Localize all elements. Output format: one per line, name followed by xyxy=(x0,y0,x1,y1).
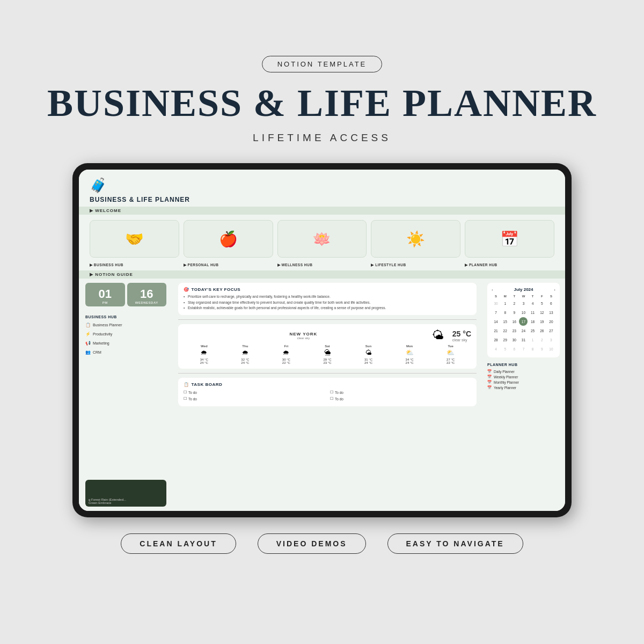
cal-day-27[interactable]: 27 xyxy=(547,326,555,335)
clock-period: PM xyxy=(89,301,122,304)
cal-day-19[interactable]: 19 xyxy=(538,317,546,326)
cal-day-13[interactable]: 13 xyxy=(547,308,555,317)
cal-next-button[interactable]: › xyxy=(554,287,555,292)
cal-day-2-next[interactable]: 2 xyxy=(538,335,546,344)
task-item-2: ☐ To do xyxy=(184,396,325,402)
cal-day-14[interactable]: 14 xyxy=(492,317,500,326)
cal-day-10[interactable]: 10 xyxy=(519,308,528,317)
cal-month-title: July 2024 xyxy=(514,287,533,292)
cal-day-18[interactable]: 18 xyxy=(529,317,537,326)
cal-day-5[interactable]: 5 xyxy=(538,299,546,308)
cal-day-9[interactable]: 9 xyxy=(510,308,518,317)
task-board-icon: 📋 xyxy=(184,382,189,387)
crm-icon: 👥 xyxy=(85,350,91,355)
key-focus-icon: 🎯 xyxy=(184,287,189,292)
cal-day-6[interactable]: 6 xyxy=(547,299,555,308)
cal-day-24[interactable]: 24 xyxy=(519,326,528,335)
cal-day-16[interactable]: 16 xyxy=(510,317,518,326)
badge-video-demos: VIDEO DEMOS xyxy=(258,533,366,554)
weather-desc: clear sky xyxy=(452,338,471,342)
cal-day-7-next[interactable]: 7 xyxy=(519,345,528,353)
cal-day-8[interactable]: 8 xyxy=(501,308,509,317)
cal-day-8-next[interactable]: 8 xyxy=(529,345,537,353)
key-focus-card: 🎯 TODAY'S KEY FOCUS Prioritize self-care… xyxy=(178,283,477,315)
planner-item-daily[interactable]: 📅 Daily Planner xyxy=(487,369,560,374)
cal-day-29[interactable]: 29 xyxy=(501,335,509,344)
cal-day-21[interactable]: 21 xyxy=(492,326,500,335)
cal-header-t1: T xyxy=(510,294,518,298)
planner-item-monthly[interactable]: 📅 Monthly Planner xyxy=(487,379,560,385)
cal-day-15[interactable]: 15 xyxy=(501,317,509,326)
daily-planner-icon: 📅 xyxy=(487,369,492,374)
cal-day-1-next[interactable]: 1 xyxy=(529,335,537,344)
sidebar-item-business-planner[interactable]: 📋 Business Planner xyxy=(85,322,166,328)
weather-icon-thu: 🌧 xyxy=(241,349,249,357)
hub-card-planner[interactable]: 📅 xyxy=(465,220,554,258)
task-item-3: ☐ To do xyxy=(330,389,471,396)
clock-hour-value: 01 xyxy=(89,287,122,301)
sidebar-item-productivity[interactable]: ⚡ Productivity xyxy=(85,331,166,337)
hub-label-planner: PLANNER HUB xyxy=(465,263,554,267)
cal-day-9-next[interactable]: 9 xyxy=(538,345,546,353)
cal-header: ‹ July 2024 › xyxy=(492,287,555,292)
weather-forecast: Wed 🌧 34 °C 24 °C Thu 🌧 32 °C 24 °C xyxy=(184,345,471,364)
bottom-badges: CLEAN LAYOUT VIDEO DEMOS EASY TO NAVIGAT… xyxy=(121,533,523,554)
sidebar-item-label: Productivity xyxy=(93,332,112,336)
cal-day-2[interactable]: 2 xyxy=(510,299,518,308)
sidebar-item-marketing[interactable]: 📢 Marketing xyxy=(85,340,166,346)
cal-grid: S M T W T F S 30 1 2 3 4 5 6 xyxy=(492,294,555,353)
cal-day-26[interactable]: 26 xyxy=(538,326,546,335)
checkbox-3[interactable]: ☐ xyxy=(330,390,333,394)
cal-day-7[interactable]: 7 xyxy=(492,308,500,317)
hub-label-business: BUSINESS HUB xyxy=(90,263,179,267)
clock-day-name: WEDNESDAY xyxy=(130,301,164,304)
cal-day-31[interactable]: 31 xyxy=(519,335,528,344)
cal-day-30[interactable]: 30 xyxy=(510,335,518,344)
left-sidebar: 01 PM 16 WEDNESDAY BUSINESS HUB 📋 Busine… xyxy=(79,279,173,511)
cal-day-4-next[interactable]: 4 xyxy=(492,345,500,353)
checkbox-2[interactable]: ☐ xyxy=(184,397,187,401)
cal-day-25[interactable]: 25 xyxy=(529,326,537,335)
hub-card-wellness[interactable]: 🪷 xyxy=(277,220,367,258)
hub-card-lifestyle[interactable]: ☀️ xyxy=(371,220,460,258)
cal-day-3-next[interactable]: 3 xyxy=(547,335,555,344)
planner-item-weekly[interactable]: 📅 Weekly Planner xyxy=(487,374,560,379)
app-logo-icon: 🧳 xyxy=(90,177,554,194)
cal-header-t2: T xyxy=(529,294,537,298)
cal-day-10-next[interactable]: 10 xyxy=(547,345,555,353)
cal-header-f: F xyxy=(538,294,546,298)
weather-icon-fri: 🌧 xyxy=(282,349,290,357)
sidebar-item-label: Marketing xyxy=(93,341,109,345)
key-focus-item-3: Establish realistic, achievable goals fo… xyxy=(184,305,471,311)
checkbox-4[interactable]: ☐ xyxy=(330,397,333,401)
notion-badge: NOTION TEMPLATE xyxy=(262,56,383,72)
cal-day-6-next[interactable]: 6 xyxy=(510,345,518,353)
cal-day-22[interactable]: 22 xyxy=(501,326,509,335)
task-col-2: ☐ To do ☐ To do xyxy=(330,389,471,402)
screen-header: 🧳 BUSINESS & LIFE PLANNER xyxy=(79,170,565,207)
cal-day-30-prev[interactable]: 30 xyxy=(492,299,500,308)
page-title: BUSINESS & LIFE PLANNER xyxy=(47,82,597,125)
hub-card-personal[interactable]: 🍎 xyxy=(184,220,273,258)
cal-day-23[interactable]: 23 xyxy=(510,326,518,335)
cal-day-11[interactable]: 11 xyxy=(529,308,537,317)
marketing-icon: 📢 xyxy=(85,341,91,346)
key-focus-item-2: Stay organized and manage time effective… xyxy=(184,300,471,305)
sidebar-item-crm[interactable]: 👥 CRM xyxy=(85,349,166,355)
weather-day-thu: Thu 🌧 32 °C 24 °C xyxy=(241,345,249,364)
cal-day-28[interactable]: 28 xyxy=(492,335,500,344)
cal-day-17-today[interactable]: 17 xyxy=(519,317,528,326)
cal-day-4[interactable]: 4 xyxy=(529,299,537,308)
cal-day-20[interactable]: 20 xyxy=(547,317,555,326)
clock-day-num: 16 xyxy=(130,287,164,301)
cal-day-12[interactable]: 12 xyxy=(538,308,546,317)
hub-card-business[interactable]: 🤝 xyxy=(90,220,179,258)
device-screen: 🧳 BUSINESS & LIFE PLANNER WELCOME 🤝 🍎 🪷 … xyxy=(79,170,565,511)
weather-temp-main: 25 °C xyxy=(452,330,471,338)
planner-item-yearly[interactable]: 📅 Yearly Planner xyxy=(487,385,560,390)
cal-day-3[interactable]: 3 xyxy=(519,299,528,308)
cal-day-5-next[interactable]: 5 xyxy=(501,345,509,353)
cal-day-1[interactable]: 1 xyxy=(501,299,509,308)
checkbox-1[interactable]: ☐ xyxy=(184,390,187,394)
cal-prev-button[interactable]: ‹ xyxy=(492,287,493,292)
